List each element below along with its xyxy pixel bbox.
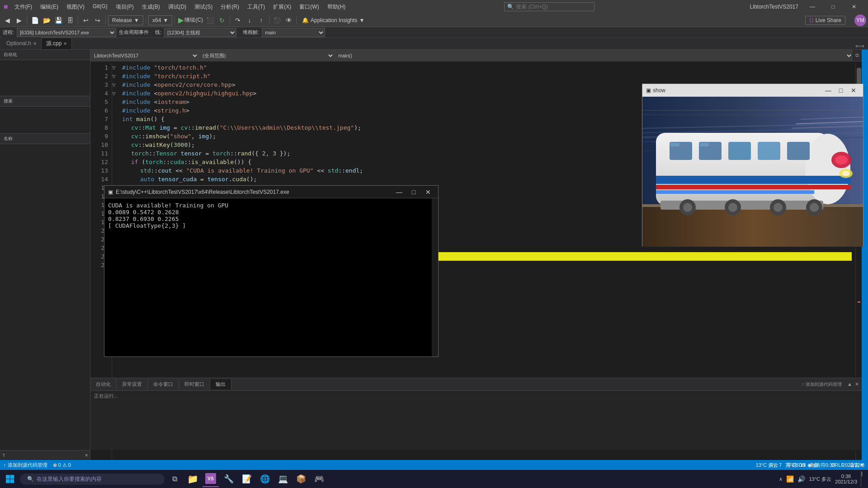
toolbar-open[interactable]: 📂 <box>41 15 52 26</box>
play-button[interactable]: ▶ 继续(C) <box>177 16 204 24</box>
show-maximize[interactable]: □ <box>835 85 847 95</box>
application-insights-button[interactable]: 🔔 Application Insights ▼ <box>299 16 367 24</box>
menu-project[interactable]: 项目(P) <box>112 2 137 12</box>
task-view[interactable]: ⧉ <box>166 471 183 487</box>
toolbar-stepout[interactable]: ↑ <box>256 15 267 26</box>
menu-build[interactable]: 生成(B) <box>138 2 164 12</box>
taskbar-explorer[interactable]: 📁 <box>184 471 201 487</box>
bottom-panel-pin[interactable]: ▲ <box>846 380 853 388</box>
toolbar-new[interactable]: 📄 <box>29 15 40 26</box>
platform-dropdown-icon: ▼ <box>163 17 168 23</box>
function-select[interactable]: (全局范围) <box>199 50 335 61</box>
btab-immediate[interactable]: 即时窗口 <box>179 379 210 389</box>
taskbar-app6[interactable]: 📦 <box>293 471 309 487</box>
console-scrollbar[interactable] <box>432 198 438 357</box>
tab-optional-close[interactable]: ✕ <box>33 41 37 46</box>
menu-help[interactable]: 帮助(H) <box>324 2 349 12</box>
maximize-button[interactable]: □ <box>823 0 844 14</box>
menu-tools[interactable]: 工具(T) <box>244 2 269 12</box>
taskbar-visualstudio[interactable]: VS <box>203 471 219 487</box>
tabs-toggle[interactable]: ⇐⇒ <box>852 43 868 49</box>
show-desktop[interactable]: | <box>861 471 863 487</box>
live-share-button[interactable]: ⟨⟩ Live Share <box>805 16 845 25</box>
date-display: 2021/12/3 <box>842 462 864 468</box>
platform-config-button[interactable]: x64 ▼ <box>148 15 172 25</box>
console-maximize[interactable]: □ <box>407 186 420 198</box>
taskbar-app7[interactable]: 🎮 <box>311 471 327 487</box>
taskbar-app2[interactable]: 🔧 <box>221 471 237 487</box>
toolbar-stepin[interactable]: ↓ <box>244 15 255 26</box>
show-close[interactable]: ✕ <box>848 85 859 95</box>
toolbar-restart[interactable]: ↻ <box>217 15 227 26</box>
toolbar-undo[interactable]: ↩ <box>80 15 91 26</box>
thread-select[interactable]: [12304] 主线程 <box>164 28 236 37</box>
menu-bar: 文件(F) 编辑(E) 视图(V) Git(G) 项目(P) 生成(B) 调试(… <box>11 2 349 12</box>
tray-icons[interactable]: ∧ <box>779 476 783 482</box>
btab-cmd[interactable]: 命令窗口 <box>148 379 179 389</box>
symbol-select[interactable]: main() <box>335 50 853 61</box>
minimize-button[interactable]: — <box>802 0 823 14</box>
toolbar-breakpoints[interactable]: ⚫ <box>272 15 283 26</box>
console-minimize[interactable]: — <box>393 186 406 198</box>
menu-view[interactable]: 视图(V) <box>63 2 88 12</box>
menu-file[interactable]: 文件(F) <box>11 2 36 12</box>
btab-output[interactable]: 输出 <box>210 379 231 389</box>
taskbar-app4[interactable]: 🌐 <box>257 471 273 487</box>
release-config-button[interactable]: Release ▼ <box>108 15 143 25</box>
tab-source[interactable]: 源.cpp ✕ <box>42 38 72 49</box>
stack-select[interactable]: main <box>262 28 325 37</box>
close-button[interactable]: ✕ <box>844 0 864 14</box>
network-icon[interactable]: 📶 <box>786 475 794 483</box>
toolbar-forward[interactable]: ▶ <box>14 15 24 26</box>
menu-analyze[interactable]: 分析(R) <box>217 2 243 12</box>
bottom-left-icons2[interactable]: ✕ <box>85 453 88 458</box>
start-button[interactable] <box>2 471 18 487</box>
event-label: 生命周期事件 <box>119 29 149 36</box>
bottom-panel-close[interactable]: ✕ <box>854 380 860 388</box>
platform-label: x64 <box>152 17 161 23</box>
toolbar-stepover[interactable]: ↷ <box>232 15 243 26</box>
console-close[interactable]: ✕ <box>422 186 434 198</box>
console-line4: [ CUDAFloatType{2,3} ] <box>108 222 428 229</box>
process-label: 进程: <box>3 29 14 36</box>
tab-source-close[interactable]: ✕ <box>63 41 67 46</box>
scope-select[interactable]: LibtorchTestVS2017 <box>90 50 199 61</box>
taskbar-app5[interactable]: 💻 <box>275 471 291 487</box>
stack-label: 堆栈帧: <box>243 29 259 36</box>
svg-rect-15 <box>728 142 751 160</box>
toolbar-redo[interactable]: ↪ <box>92 15 103 26</box>
toolbar-save[interactable]: 💾 <box>53 15 64 26</box>
menu-extensions[interactable]: 扩展(X) <box>269 2 295 12</box>
volume-icon[interactable]: 🔊 <box>797 475 805 483</box>
bottom-panel-up[interactable]: ↑ 添加到源代码管理 <box>802 381 842 388</box>
menu-git[interactable]: Git(G) <box>89 2 111 12</box>
vs-container: ■ 文件(F) 编辑(E) 视图(V) Git(G) 项目(P) 生成(B) 调… <box>0 0 868 488</box>
bottom-panel-controls: ↑ 添加到源代码管理 <box>799 381 844 388</box>
show-minimize[interactable]: — <box>822 85 834 95</box>
btab-exception[interactable]: 异常设置 <box>117 379 148 389</box>
auto-panel <box>0 60 90 96</box>
play-label: 继续(C) <box>184 16 203 24</box>
btab-auto[interactable]: 自动化 <box>90 379 117 389</box>
clock-tray[interactable]: 0:38 2021/12/3 <box>835 474 857 484</box>
search-taskbar[interactable]: 🔍 在这里输入你要搜索的内容 <box>20 474 165 485</box>
menu-edit[interactable]: 编辑(E) <box>37 2 62 12</box>
svg-rect-40 <box>6 479 10 483</box>
tab-optional[interactable]: Optional.h ✕ <box>2 38 42 49</box>
process-select[interactable]: [6336] LibtorchTestVS2017.exe <box>17 28 116 37</box>
taskbar-app3[interactable]: 📝 <box>239 471 255 487</box>
toolbar-saveall[interactable]: 🗄 <box>65 15 75 26</box>
search-input[interactable] <box>516 4 588 10</box>
bottom-left-icons[interactable]: ⇑ <box>2 453 5 458</box>
menu-test[interactable]: 测试(S) <box>191 2 216 12</box>
source-control-btn[interactable]: ↑ 添加到源代码管理 <box>4 462 47 469</box>
toolbar-back[interactable]: ◀ <box>2 15 13 26</box>
user-avatar[interactable]: YM <box>848 14 866 26</box>
menu-debug[interactable]: 调试(D) <box>165 2 190 12</box>
toolbar-watch[interactable]: 👁 <box>283 15 294 26</box>
menu-window[interactable]: 窗口(W) <box>296 2 322 12</box>
error-count[interactable]: ⊗ 0 ⚠ 0 <box>53 462 71 468</box>
search-box: 🔍 <box>504 2 594 11</box>
toolbar-stop[interactable]: ⬛ <box>205 15 216 26</box>
split-icon[interactable]: ⧉ <box>855 52 859 58</box>
